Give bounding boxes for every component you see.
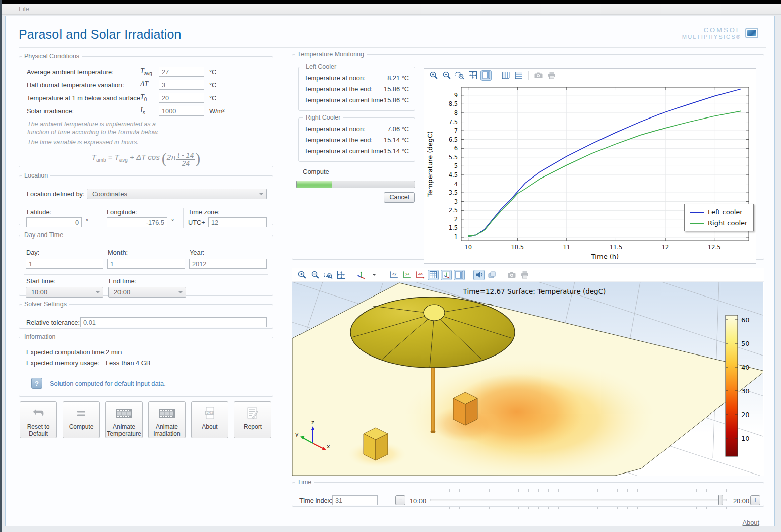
svg-text:10: 10 <box>464 244 472 251</box>
end-time-combo[interactable]: 20:00 <box>108 287 186 298</box>
zoom-in-icon[interactable] <box>296 270 308 280</box>
comsol-logo-icon <box>745 28 758 38</box>
section-time: Time Time index: − 10:00 20:00 + <box>292 479 764 507</box>
section-legend: Location <box>22 172 50 179</box>
field-label: Longitude: <box>107 208 137 216</box>
zoom-box-icon[interactable] <box>323 270 334 280</box>
field-label: Time zone: <box>188 208 220 216</box>
headlight-toggle-icon[interactable] <box>473 270 485 280</box>
zoom-extents-icon[interactable] <box>467 70 478 81</box>
zoom-in-icon[interactable] <box>428 70 439 81</box>
svg-text:5.5: 5.5 <box>449 154 458 161</box>
compute-progress-bar <box>296 181 415 188</box>
compute-button[interactable]: Compute <box>63 401 100 438</box>
section-day-time: Day and Time Day: Month: Year: Start tim… <box>19 231 273 296</box>
view-yz-icon[interactable]: yz <box>401 270 412 280</box>
irradiance-input[interactable] <box>159 106 204 116</box>
animate-irradiation-button[interactable]: Animate Irradiation <box>148 401 186 438</box>
month-input[interactable] <box>107 259 185 269</box>
field-label: Time index: <box>299 497 333 504</box>
svg-text:8: 8 <box>454 109 458 116</box>
right-cooler-group: Right Cooler Temperature at noon: 7.06 °… <box>298 117 415 162</box>
grid-toggle-icon[interactable] <box>428 270 439 280</box>
svg-text:4.5: 4.5 <box>449 171 458 179</box>
unit-label: °C <box>209 68 216 76</box>
svg-text:Time (h): Time (h) <box>591 253 619 260</box>
info-label: Expected computation time: <box>26 348 106 356</box>
symbol: T0 <box>140 93 147 102</box>
toolbar-separator <box>384 271 384 279</box>
y-grid-icon[interactable] <box>513 70 524 81</box>
symbol: Tavg <box>140 67 152 76</box>
cancel-button[interactable]: Cancel <box>384 192 415 203</box>
svg-text:10.5: 10.5 <box>511 244 524 251</box>
orientation-triad-icon[interactable] <box>355 270 367 280</box>
compute-progress-label: Compute <box>303 168 329 175</box>
ambient-formula: Tamb = Tavg + ΔT cos (2πt - 1424) <box>19 150 273 167</box>
diurnal-var-input[interactable] <box>159 80 204 90</box>
time-index-input[interactable] <box>332 495 378 505</box>
x-grid-icon[interactable] <box>500 70 511 81</box>
longitude-input[interactable] <box>107 217 167 227</box>
view-xy-icon[interactable]: xy <box>388 270 399 280</box>
orientation-dropdown-caret-icon[interactable] <box>369 270 380 280</box>
cooler-box-left <box>364 428 388 460</box>
animate-temperature-button[interactable]: Animate Temperature <box>105 401 143 438</box>
menu-bar: File <box>2 4 781 15</box>
temperature-chart[interactable]: 1010.51111.51212.511.522.533.544.555.566… <box>424 82 756 263</box>
about-link[interactable]: About <box>743 519 759 526</box>
left-cooler-group: Left Cooler Temperature at noon: 8.21 °C… <box>298 67 415 111</box>
page-title: Parasol and Solar Irradiation <box>19 27 182 42</box>
menu-file[interactable]: File <box>16 4 32 14</box>
relative-tolerance-input[interactable] <box>80 317 267 327</box>
reset-to-default-button[interactable]: Reset to Default <box>20 401 57 438</box>
field-label: Year: <box>190 249 204 256</box>
print-icon[interactable] <box>519 270 530 280</box>
surface-plot-scene[interactable]: z y x 60 50 40 30 20 10 Time=12.67 Surfa… <box>292 282 763 476</box>
app-window: Parasol and Solar Irradiation COMSOL MUL… <box>5 16 775 526</box>
section-solver-settings: Solver Settings Relative tolerance: <box>19 301 273 329</box>
temperature-chart-panel: 1010.51111.51212.511.522.533.544.555.566… <box>424 68 756 264</box>
surface-plot-panel: xy yz zx <box>292 268 764 476</box>
transparency-icon[interactable] <box>487 270 498 280</box>
view-zx-icon[interactable]: zx <box>414 270 426 280</box>
pole-base <box>431 430 436 433</box>
snapshot-camera-icon[interactable] <box>533 70 544 81</box>
about-button[interactable]: PDF About <box>191 401 228 438</box>
report-document-icon <box>246 407 259 420</box>
zoom-extents-icon[interactable] <box>336 270 347 280</box>
info-value: Less than 4 GB <box>106 359 150 367</box>
section-legend: Day and Time <box>22 231 66 239</box>
field-label: Day: <box>26 249 39 256</box>
location-defined-by-combo[interactable]: Coordinates <box>87 189 267 199</box>
svg-text:1: 1 <box>454 233 458 241</box>
year-input[interactable] <box>189 259 267 269</box>
start-time-combo[interactable]: 10:00 <box>26 287 103 298</box>
utc-prefix: UTC+ <box>188 219 205 226</box>
legend-item-right-cooler: Right cooler <box>690 219 747 227</box>
zoom-out-icon[interactable] <box>310 270 321 280</box>
zoom-out-icon[interactable] <box>441 70 452 81</box>
progress-fill <box>297 181 332 188</box>
time-slider-thumb[interactable] <box>718 495 723 505</box>
print-icon[interactable] <box>546 70 557 81</box>
latitude-input[interactable] <box>26 217 82 227</box>
day-input[interactable] <box>26 259 103 269</box>
time-step-back-button[interactable]: − <box>395 495 405 505</box>
report-button[interactable]: Report <box>234 401 271 438</box>
time-step-forward-button[interactable]: + <box>750 495 760 505</box>
panel-toggle-icon[interactable] <box>454 270 465 280</box>
zoom-box-icon[interactable] <box>454 70 465 81</box>
avg-temp-input[interactable] <box>159 67 204 77</box>
snapshot-camera-icon[interactable] <box>506 270 517 280</box>
undo-icon <box>32 407 44 420</box>
sand-temp-input[interactable] <box>159 93 204 103</box>
cooler-box-right <box>453 392 477 425</box>
timezone-input[interactable] <box>208 217 267 227</box>
plot-panel-toggle-icon[interactable] <box>480 70 492 81</box>
unit-label: ° <box>171 217 174 225</box>
axes-toggle-icon[interactable] <box>441 270 452 280</box>
unit-label: °C <box>209 81 216 89</box>
time-slider-track[interactable] <box>430 499 727 501</box>
svg-text:11: 11 <box>563 244 571 251</box>
